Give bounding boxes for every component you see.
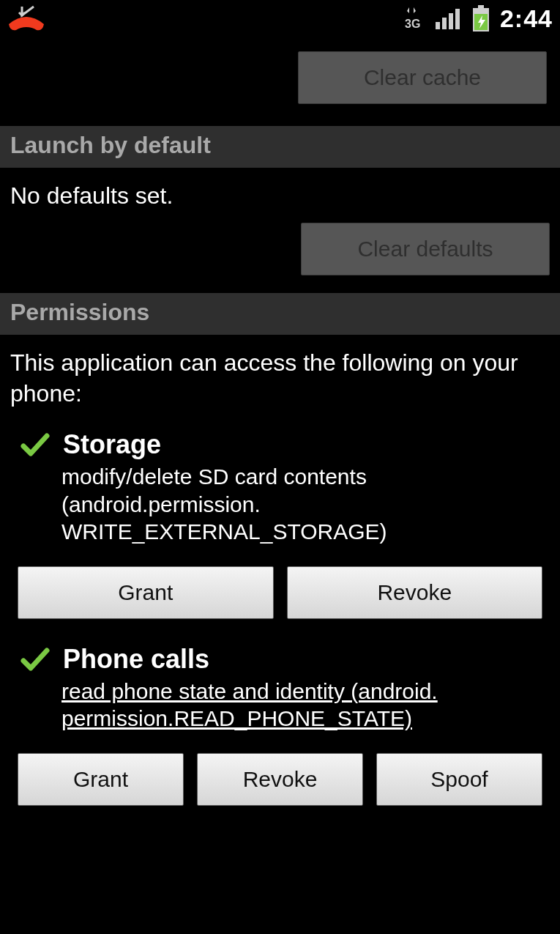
permission-buttons: GrantRevokeSpoof xyxy=(10,753,550,806)
permission-title: Phone calls xyxy=(63,644,209,675)
permission-detail: modify/delete SD card contents (android.… xyxy=(61,463,550,546)
battery-icon xyxy=(471,5,491,31)
check-icon xyxy=(20,431,50,458)
status-bar: 3G 2:44 xyxy=(0,0,560,37)
permission-group: Storagemodify/delete SD card contents (a… xyxy=(0,426,560,641)
revoke-button[interactable]: Revoke xyxy=(287,566,543,619)
svg-rect-6 xyxy=(455,9,460,29)
permissions-container: Storagemodify/delete SD card contents (a… xyxy=(0,426,560,828)
missed-call-icon xyxy=(7,2,45,34)
signal-icon xyxy=(436,7,462,29)
check-icon xyxy=(20,646,50,672)
cache-row: Clear cache xyxy=(0,37,560,126)
permission-head: Phone calls xyxy=(10,644,550,675)
no-defaults-text: No defaults set. xyxy=(10,182,550,210)
clear-defaults-button[interactable]: Clear defaults xyxy=(301,223,550,275)
svg-text:3G: 3G xyxy=(405,18,420,30)
svg-rect-4 xyxy=(442,18,447,29)
svg-rect-7 xyxy=(478,5,484,8)
network-3g-icon: 3G xyxy=(405,6,427,31)
section-header-launch: Launch by default xyxy=(0,126,560,168)
permission-head: Storage xyxy=(10,429,550,460)
section-header-permissions: Permissions xyxy=(0,293,560,335)
permission-detail[interactable]: read phone state and identity (android. … xyxy=(61,678,550,733)
permission-buttons: GrantRevoke xyxy=(10,566,550,619)
svg-marker-0 xyxy=(407,7,409,13)
revoke-button[interactable]: Revoke xyxy=(197,753,363,806)
svg-marker-1 xyxy=(414,7,416,13)
permissions-description: This application can access the followin… xyxy=(0,335,560,426)
permission-group: Phone callsread phone state and identity… xyxy=(0,641,560,828)
status-left xyxy=(7,2,45,34)
grant-button[interactable]: Grant xyxy=(18,753,184,806)
clear-cache-button[interactable]: Clear cache xyxy=(298,51,547,104)
status-right: 3G 2:44 xyxy=(405,4,553,33)
spoof-button[interactable]: Spoof xyxy=(376,753,542,806)
permission-title: Storage xyxy=(63,429,161,460)
launch-block: No defaults set. Clear defaults xyxy=(0,168,560,293)
status-clock: 2:44 xyxy=(500,4,553,33)
grant-button[interactable]: Grant xyxy=(18,566,274,619)
svg-rect-3 xyxy=(436,22,440,29)
svg-rect-5 xyxy=(449,13,453,29)
